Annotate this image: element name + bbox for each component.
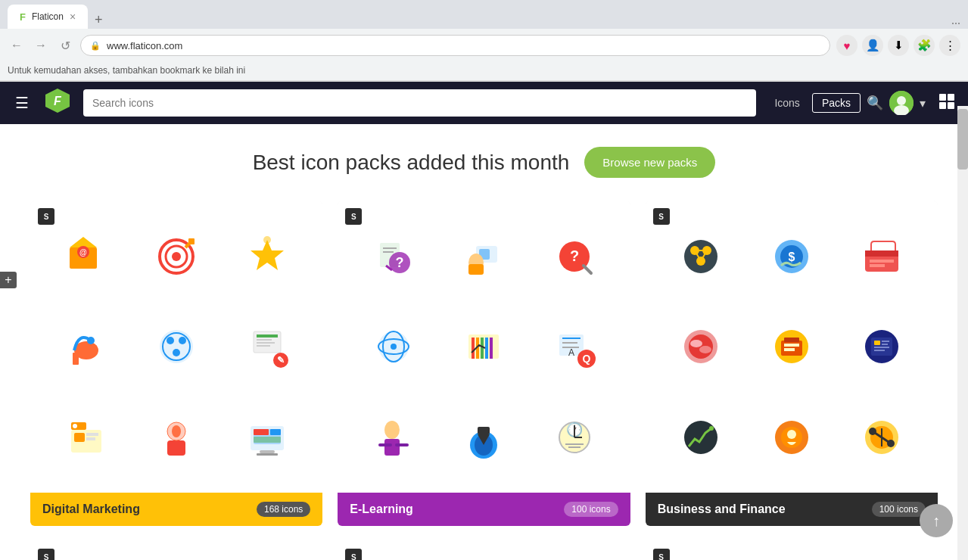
svg-rect-47 xyxy=(270,429,281,435)
premium-badge: S xyxy=(345,549,362,560)
packs-grid: S @ xyxy=(30,201,938,560)
extension-button[interactable]: 🧩 xyxy=(914,35,935,56)
pack-icons-grid: ✓ xyxy=(338,541,630,560)
pack-icon: 🕐 xyxy=(531,394,618,481)
svg-rect-81 xyxy=(378,443,392,446)
pack-count: 100 icons xyxy=(872,502,926,517)
menu-button[interactable]: ⋮ xyxy=(939,35,960,56)
svg-text:$: $ xyxy=(788,250,795,263)
premium-badge: S xyxy=(653,549,670,560)
refresh-button[interactable]: ↺ xyxy=(56,36,74,54)
svg-point-124 xyxy=(709,426,714,431)
main-content: Best icon packs added this month Browse … xyxy=(0,124,968,560)
icons-nav-link[interactable]: Icons xyxy=(768,94,805,112)
pack-icon xyxy=(440,553,528,560)
svg-point-127 xyxy=(787,430,796,439)
svg-rect-104 xyxy=(865,250,898,257)
search-icon-button[interactable]: 🔍 xyxy=(867,95,883,111)
browser-nav-bar: ← → ↺ 🔒 www.flaticon.com ♥ 👤 ⬇ 🧩 ⋮ xyxy=(0,29,968,62)
grid-view-icon[interactable] xyxy=(938,92,956,114)
svg-rect-8 xyxy=(948,102,954,109)
pack-icon xyxy=(839,303,926,390)
flaticon-logo-icon: F xyxy=(44,87,71,114)
svg-rect-28 xyxy=(257,334,278,338)
svg-text:Q: Q xyxy=(582,353,590,365)
svg-point-65 xyxy=(391,344,397,350)
pack-card-row2-2[interactable]: S xyxy=(338,541,630,560)
hero-section: Best icon packs added this month Browse … xyxy=(30,147,938,178)
bookmark-text: Untuk kemudahan akses, tambahkan bookmar… xyxy=(8,65,245,76)
favorites-button[interactable]: ♥ xyxy=(836,35,858,56)
pack-card-elearning[interactable]: S ? xyxy=(338,201,630,526)
scrollbar-thumb[interactable] xyxy=(957,109,968,170)
add-button[interactable]: + xyxy=(0,272,17,288)
active-tab[interactable]: F Flaticon × xyxy=(8,5,88,29)
browse-packs-button[interactable]: Browse new packs xyxy=(584,147,715,178)
bookmark-bar: Untuk kemudahan akses, tambahkan bookmar… xyxy=(0,62,968,81)
svg-rect-35 xyxy=(74,433,85,442)
url-bar[interactable]: 🔒 www.flaticon.com xyxy=(80,35,830,56)
pack-footer: E-Learning 100 icons xyxy=(338,493,630,526)
svg-rect-50 xyxy=(257,453,278,456)
arrow-up-icon: ↑ xyxy=(932,512,940,530)
url-text: www.flaticon.com xyxy=(107,40,182,51)
back-to-top-button[interactable]: ↑ xyxy=(920,504,953,537)
pack-card-digital-marketing[interactable]: S @ xyxy=(30,201,322,526)
menu-hamburger-icon[interactable]: ☰ xyxy=(12,91,32,115)
user-dropdown-icon[interactable]: ▾ xyxy=(920,96,926,110)
app-header: ☰ F Icons Packs 🔍 ▾ xyxy=(0,82,968,124)
pack-icon xyxy=(350,303,437,390)
pack-icon xyxy=(440,394,528,481)
download-button[interactable]: ⬇ xyxy=(888,35,909,56)
svg-rect-89 xyxy=(565,443,584,445)
svg-point-108 xyxy=(689,334,713,359)
premium-badge: S xyxy=(38,208,54,225)
svg-rect-7 xyxy=(939,102,946,109)
pack-icon: ? xyxy=(350,213,437,300)
forward-button[interactable]: → xyxy=(32,36,50,54)
scrollbar[interactable] xyxy=(957,106,968,560)
profile-button[interactable]: 👤 xyxy=(862,35,883,56)
tab-favicon: F xyxy=(20,11,26,23)
hero-title: Best icon packs added this month xyxy=(253,151,570,175)
pack-icon xyxy=(223,213,310,300)
svg-rect-17 xyxy=(188,238,195,244)
svg-rect-46 xyxy=(254,429,269,435)
svg-rect-5 xyxy=(939,94,946,101)
pack-card-row2-1[interactable]: S S xyxy=(30,541,322,560)
pack-icon xyxy=(42,394,129,481)
svg-point-110 xyxy=(699,346,711,353)
search-input[interactable] xyxy=(83,89,756,117)
pack-icons-grid: @ xyxy=(30,201,322,493)
pack-icons-grid: $ xyxy=(646,201,938,493)
pack-icon xyxy=(531,553,618,560)
pack-icon xyxy=(132,213,219,300)
new-tab-button[interactable]: + xyxy=(89,11,107,29)
user-avatar-icon xyxy=(889,91,914,115)
svg-rect-82 xyxy=(395,443,409,446)
tab-close-icon[interactable]: × xyxy=(70,11,76,23)
pack-name: Digital Marketing xyxy=(42,502,140,516)
svg-text:?: ? xyxy=(570,247,579,264)
packs-nav-button[interactable]: Packs xyxy=(812,93,861,113)
svg-rect-105 xyxy=(870,260,894,263)
pack-card-business-finance[interactable]: S $ xyxy=(646,201,938,526)
svg-rect-42 xyxy=(167,440,185,456)
svg-rect-113 xyxy=(784,338,799,342)
pack-icon: @ xyxy=(42,213,129,300)
pack-icon xyxy=(748,303,835,390)
user-avatar[interactable] xyxy=(889,91,914,115)
pack-icon xyxy=(839,394,926,481)
svg-rect-52 xyxy=(383,247,397,249)
back-button[interactable]: ← xyxy=(8,36,26,54)
svg-point-131 xyxy=(869,428,876,435)
svg-rect-120 xyxy=(882,344,888,345)
pack-icons-grid: ? ? xyxy=(338,201,630,493)
pack-icon xyxy=(350,394,437,481)
svg-rect-29 xyxy=(257,339,272,341)
svg-text:F: F xyxy=(54,95,62,107)
pack-footer: Business and Finance 100 icons xyxy=(646,493,938,526)
pack-icon xyxy=(748,394,835,481)
pack-card-row2-3[interactable]: S xyxy=(646,541,938,560)
pack-count: 100 icons xyxy=(564,502,618,517)
